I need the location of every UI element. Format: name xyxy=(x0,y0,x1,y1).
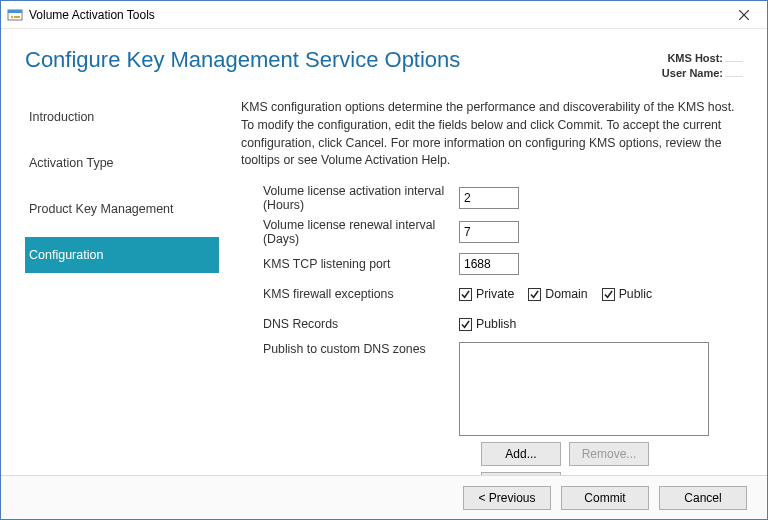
add-button[interactable]: Add... xyxy=(481,442,561,466)
tcp-port-label: KMS TCP listening port xyxy=(241,257,459,271)
firewall-private-checkbox[interactable]: Private xyxy=(459,287,514,301)
dns-publish-checkbox[interactable]: Publish xyxy=(459,317,516,331)
remove-button[interactable]: Remove... xyxy=(569,442,649,466)
checkbox-icon xyxy=(528,288,541,301)
dns-records-label: DNS Records xyxy=(241,317,459,331)
firewall-public-label: Public xyxy=(619,287,653,301)
firewall-domain-label: Domain xyxy=(545,287,587,301)
window-title: Volume Activation Tools xyxy=(29,8,155,22)
checkbox-icon xyxy=(602,288,615,301)
commit-button[interactable]: Commit xyxy=(561,486,649,510)
svg-point-2 xyxy=(11,15,13,17)
firewall-domain-checkbox[interactable]: Domain xyxy=(528,287,587,301)
firewall-label: KMS firewall exceptions xyxy=(241,287,459,301)
nav-item-product-key-management[interactable]: Product Key Management xyxy=(25,191,219,227)
close-icon xyxy=(739,10,749,20)
main-panel: KMS configuration options determine the … xyxy=(219,99,743,496)
nav: Introduction Activation Type Product Key… xyxy=(25,99,219,496)
description: KMS configuration options determine the … xyxy=(241,99,743,170)
previous-button[interactable]: < Previous xyxy=(463,486,551,510)
firewall-public-checkbox[interactable]: Public xyxy=(602,287,653,301)
user-name-value xyxy=(725,76,743,77)
kms-host-label: KMS Host: xyxy=(667,52,723,64)
app-icon xyxy=(7,7,23,23)
host-info: KMS Host: User Name: xyxy=(653,47,743,81)
renewal-interval-label: Volume license renewal interval (Days) xyxy=(241,218,459,246)
svg-rect-1 xyxy=(8,10,22,13)
nav-item-introduction[interactable]: Introduction xyxy=(25,99,219,135)
custom-dns-label: Publish to custom DNS zones xyxy=(241,342,459,356)
checkbox-icon xyxy=(459,318,472,331)
nav-item-activation-type[interactable]: Activation Type xyxy=(25,145,219,181)
user-name-label: User Name: xyxy=(662,67,723,79)
window: Volume Activation Tools Configure Key Ma… xyxy=(0,0,768,520)
renewal-interval-input[interactable] xyxy=(459,221,519,243)
tcp-port-input[interactable] xyxy=(459,253,519,275)
footer: < Previous Commit Cancel xyxy=(1,475,767,519)
body: Configure Key Management Service Options… xyxy=(1,29,767,475)
titlebar: Volume Activation Tools xyxy=(1,1,767,29)
checkbox-icon xyxy=(459,288,472,301)
activation-interval-label: Volume license activation interval (Hour… xyxy=(241,184,459,212)
kms-host-value xyxy=(725,61,743,62)
firewall-private-label: Private xyxy=(476,287,514,301)
activation-interval-input[interactable] xyxy=(459,187,519,209)
nav-item-configuration[interactable]: Configuration xyxy=(25,237,219,273)
close-button[interactable] xyxy=(727,4,761,26)
svg-rect-3 xyxy=(14,16,20,18)
page-title: Configure Key Management Service Options xyxy=(25,47,653,73)
custom-dns-listbox[interactable] xyxy=(459,342,709,436)
dns-publish-label: Publish xyxy=(476,317,516,331)
cancel-button[interactable]: Cancel xyxy=(659,486,747,510)
